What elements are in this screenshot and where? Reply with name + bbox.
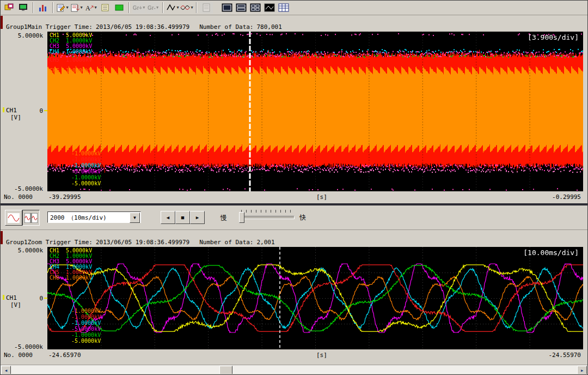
zoom-wave-view-button[interactable] [22, 210, 40, 226]
group-add-button[interactable]: Gr+ ▼ [132, 2, 145, 14]
channel-neg-scale-label: -1.0000kV [71, 309, 101, 314]
main-ymax-label: 5.0000k [11, 32, 43, 39]
wave-overlay-icon [180, 3, 190, 12]
channel-neg-scale-label: -5.0000kV [71, 181, 101, 186]
window-single-button[interactable] [220, 2, 234, 14]
dropdown-arrow-icon: ▼ [156, 5, 158, 10]
stop-icon: ■ [181, 215, 184, 220]
waveform-viewer-window: ▼ ▼ A ▼ [0, 0, 588, 375]
play-reverse-icon: ◀ [167, 215, 169, 220]
zoom-time-div-label: [10.00ms/div] [523, 249, 579, 257]
toolbar-separator [52, 2, 53, 13]
main-axis-row: No. 0000 -39.29995 [s] -0.29995 [1, 192, 587, 202]
wave-overlay-button[interactable]: ▼ [180, 2, 193, 14]
wave-mapping-button[interactable]: ▼ [166, 2, 179, 14]
scroll-left-icon: ◀ [5, 368, 7, 373]
window-split-button[interactable] [235, 2, 248, 14]
toolbar-separator [162, 2, 163, 13]
channel-neg-scale-label: -1.0000kV [71, 151, 101, 156]
play-reverse-button[interactable]: ◀ [161, 211, 175, 224]
toolbar: ▼ ▼ A ▼ [1, 1, 587, 15]
main-group-label: Group1 [6, 23, 28, 31]
zoom-wave-icon [24, 213, 38, 223]
main-channel-ref: CH1 [6, 107, 17, 114]
play-forward-icon: ▶ [196, 215, 199, 220]
svg-text:A: A [85, 4, 90, 12]
group-add-label: Gr+ [133, 5, 143, 11]
main-no-label: No. 0000 [4, 193, 33, 201]
memo-button[interactable] [99, 2, 112, 14]
combo-dropdown-icon[interactable]: ▼ [130, 213, 140, 223]
single-wave-icon [8, 213, 20, 223]
window-inverse-button[interactable] [263, 2, 276, 14]
marker-icon [115, 3, 124, 12]
main-wave-view-button[interactable] [5, 210, 22, 226]
channel-neg-scale-label: -1.0000kV [71, 175, 101, 180]
window-split-icon [236, 3, 247, 12]
open-data-icon [4, 3, 14, 12]
zoom-data-label: Number of Data: [199, 239, 253, 246]
speed-slider-thumb[interactable] [239, 212, 244, 223]
zoom-ymin-label: -5.0000k [11, 343, 43, 350]
channel-neg-scale-label: -1.0000kV [71, 163, 101, 168]
dropdown-arrow-icon: ▼ [66, 5, 68, 10]
numeric-measure-button[interactable]: ▼ [56, 2, 69, 14]
zoom-ymax-label: 5.0000k [11, 247, 43, 254]
main-trigger-label: Main Trigger Time: [28, 23, 93, 31]
zoom-group-label: Group1 [6, 239, 28, 246]
group-remove-button[interactable]: Gr- ▼ [146, 2, 160, 14]
window-single-icon [222, 3, 232, 12]
report-button[interactable] [200, 2, 213, 14]
main-time-end: -0.29995 [552, 193, 581, 201]
main-trigger-info-bar: Main Trigger Time:2013/06/05 19:08:36.49… [1, 15, 587, 31]
monitor-icon [19, 3, 28, 12]
toolbar-separator [128, 2, 130, 13]
marker-button[interactable] [113, 2, 126, 14]
window-table-button[interactable] [277, 2, 290, 14]
open-data-button[interactable] [3, 2, 16, 14]
cursor-measure-button[interactable]: ▼ [70, 2, 83, 14]
main-data-label: Number of Data: [199, 23, 253, 31]
toolbar-separator [196, 2, 197, 13]
main-channel-marker [3, 107, 4, 112]
cursor-measure-icon [71, 3, 79, 12]
zoom-axis-row: No. 0000 -24.65970 [s] -24.55970 [1, 350, 587, 360]
zoom-time-unit: [s] [316, 352, 327, 359]
stop-button[interactable]: ■ [175, 211, 190, 224]
play-forward-button[interactable]: ▶ [190, 211, 205, 224]
channel-scale-row: CH61.0000kV [50, 275, 92, 281]
zoom-trigger-label: Zoom Trigger Time: [28, 239, 93, 246]
main-time-unit: [s] [316, 193, 327, 201]
memo-icon [101, 3, 109, 12]
zoom-factor-select[interactable]: 2000 （10ms/div) ▼ [47, 211, 141, 223]
zoom-waveform-canvas[interactable] [47, 247, 583, 349]
numeric-measure-icon [57, 3, 65, 12]
channel-scale-row: CH41.0000kV [50, 49, 92, 55]
zoom-time-end: -24.55970 [548, 352, 581, 359]
channel-neg-scale-label: -1.0000kV [71, 157, 101, 162]
panel-marker [1, 16, 3, 29]
channel-neg-scale-label: -1.0000kV [71, 314, 101, 320]
dropdown-arrow-icon: ▼ [176, 5, 179, 10]
channel-neg-scale-label: -1.0000kV [71, 332, 101, 338]
dropdown-arrow-icon: ▼ [94, 5, 96, 10]
main-time-div-label: [3.900s/div] [528, 33, 579, 41]
text-annotation-icon: A [85, 3, 94, 12]
bar-graph-button[interactable] [36, 2, 50, 14]
main-waveform-canvas[interactable] [47, 32, 583, 191]
zoom-channel-ref: CH1 [6, 294, 17, 301]
main-unit-label: [V] [10, 114, 21, 121]
channel-neg-scale-label: -1.0000kV [71, 320, 101, 326]
display-settings-button[interactable] [17, 2, 30, 14]
text-annotation-button[interactable]: A ▼ [84, 2, 97, 14]
window-grid-button[interactable] [249, 2, 262, 14]
zoom-channel-marker [3, 295, 4, 300]
speed-slider-track[interactable] [239, 216, 295, 219]
horizontal-scrollbar[interactable]: ◀ ▶ [1, 365, 587, 374]
zoom-time-start: -24.65970 [48, 352, 81, 359]
scroll-right-icon: ▶ [581, 368, 583, 373]
speed-slider-ticks [239, 210, 293, 213]
report-sheet-icon [202, 3, 211, 12]
window-table-icon [278, 3, 289, 12]
channel-neg-scale-label: -5.0000kV [71, 169, 101, 174]
